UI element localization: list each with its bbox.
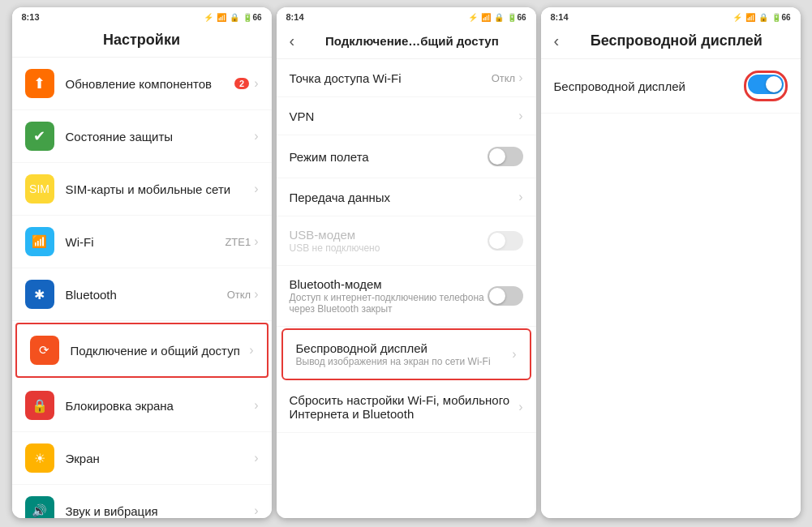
airplane-label: Режим полета bbox=[290, 150, 488, 164]
wifi-content: Wi-Fi bbox=[66, 235, 226, 249]
sim-icon-btn: SIM bbox=[25, 174, 54, 204]
hotspot-chevron: › bbox=[518, 71, 522, 85]
btmodem-toggle[interactable] bbox=[488, 286, 523, 306]
resetwifi-chevron: › bbox=[518, 400, 522, 414]
updates-chevron: › bbox=[254, 76, 258, 91]
settings-item-vpn[interactable]: VPN › bbox=[277, 97, 536, 135]
protection-chevron: › bbox=[254, 129, 258, 144]
datatransfer-content: Передача данных bbox=[290, 191, 519, 204]
settings-item-airplane[interactable]: Режим полета bbox=[277, 135, 536, 178]
connection-icon: ⟳ bbox=[30, 336, 59, 365]
settings-list-3: Беспроводной дисплей bbox=[541, 59, 801, 518]
time-3: 8:14 bbox=[551, 12, 569, 22]
wifi-label: Wi-Fi bbox=[66, 235, 226, 249]
bluetooth-icon: ✱ bbox=[25, 280, 54, 309]
wirelessdisplay-content: Беспроводной дисплей Вывод изображения н… bbox=[296, 341, 513, 367]
airplane-content: Режим полета bbox=[290, 150, 488, 164]
sim-label: SIM-карты и мобильные сети bbox=[66, 182, 255, 196]
settings-item-btmodem[interactable]: Bluetooth-модем Доступ к интернет-подклю… bbox=[277, 266, 536, 327]
settings-item-bluetooth[interactable]: ✱ Bluetooth Откл › bbox=[12, 268, 272, 321]
status-icons-3: ⚡ 📶 🔒 🔋66 bbox=[733, 13, 790, 22]
settings-item-updates[interactable]: ⬆ Обновление компонентов 2 › bbox=[12, 58, 272, 110]
lockscreen-icon: 🔒 bbox=[25, 391, 54, 420]
settings-list-1: ⬆ Обновление компонентов 2 › ✔ Состояние… bbox=[12, 58, 272, 518]
connection-label: Подключение и общий доступ bbox=[71, 344, 250, 358]
airplane-toggle-knob bbox=[489, 148, 505, 165]
screen3: 8:14 ⚡ 📶 🔒 🔋66 ‹ Беспроводной дисплей Бе… bbox=[541, 7, 801, 518]
screen1-title-bar: Настройки bbox=[12, 25, 272, 58]
connection-content: Подключение и общий доступ bbox=[71, 344, 250, 358]
sound-content: Звук и вибрация bbox=[66, 504, 255, 518]
settings-item-display[interactable]: ☀ Экран › bbox=[12, 432, 272, 485]
settings-item-protection[interactable]: ✔ Состояние защиты › bbox=[12, 110, 272, 163]
signal-icon-2: ⚡ bbox=[468, 13, 478, 22]
settings-item-usbmodem: USB-модем USB не подключено bbox=[277, 216, 536, 266]
settings-list-2: Точка доступа Wi-Fi Откл › VPN › Режим п… bbox=[277, 59, 536, 518]
wirelessdisplay-toggle-knob-3 bbox=[766, 76, 782, 92]
hotspot-value: Откл bbox=[492, 72, 516, 84]
sim-icon-3: 📶 bbox=[745, 13, 755, 22]
connection-chevron: › bbox=[249, 343, 253, 358]
updates-badge: 2 bbox=[234, 78, 249, 89]
screen2-title: Подключение…бщий доступ bbox=[301, 34, 522, 48]
wirelessdisplay3-label: Беспроводной дисплей bbox=[554, 79, 744, 93]
back-button-3[interactable]: ‹ bbox=[554, 32, 566, 50]
screen2-title-bar: ‹ Подключение…бщий доступ bbox=[277, 25, 536, 59]
display-content: Экран bbox=[66, 452, 255, 465]
btmodem-subtitle: Доступ к интернет-подключению телефона ч… bbox=[290, 292, 488, 315]
wirelessdisplay-chevron: › bbox=[512, 347, 516, 362]
wifi-chevron: › bbox=[254, 234, 258, 249]
settings-item-datatransfer[interactable]: Передача данных › bbox=[277, 178, 536, 216]
protection-label: Состояние защиты bbox=[66, 130, 255, 144]
datatransfer-chevron: › bbox=[518, 190, 522, 204]
screen1-title: Настройки bbox=[25, 32, 259, 49]
usbmodem-toggle bbox=[488, 231, 523, 251]
battery-icon-1: 🔋66 bbox=[243, 13, 261, 22]
sim-icon-2: 📶 bbox=[481, 13, 491, 22]
display-chevron: › bbox=[254, 451, 258, 465]
resetwifi-content: Сбросить настройки Wi-Fi, мобильного Инт… bbox=[290, 393, 519, 421]
time-2: 8:14 bbox=[286, 12, 304, 22]
battery-icon-2: 🔋66 bbox=[507, 13, 526, 22]
wifi-value: ZTE1 bbox=[225, 236, 251, 248]
status-bar-3: 8:14 ⚡ 📶 🔒 🔋66 bbox=[541, 7, 801, 25]
settings-item-lockscreen[interactable]: 🔒 Блокировка экрана › bbox=[12, 379, 272, 432]
settings-item-wifi[interactable]: 📶 Wi-Fi ZTE1 › bbox=[12, 216, 272, 268]
sim-icon: 📶 bbox=[217, 13, 226, 22]
signal-icon: ⚡ bbox=[204, 13, 213, 22]
btmodem-content: Bluetooth-модем Доступ к интернет-подклю… bbox=[290, 277, 488, 315]
battery-icon-3: 🔋66 bbox=[771, 13, 790, 22]
protection-content: Состояние защиты bbox=[66, 130, 255, 144]
hotspot-content: Точка доступа Wi-Fi bbox=[290, 71, 492, 85]
usbmodem-subtitle: USB не подключено bbox=[290, 242, 488, 254]
settings-item-connection[interactable]: ⟳ Подключение и общий доступ › bbox=[15, 323, 269, 378]
back-button-2[interactable]: ‹ bbox=[290, 32, 302, 50]
wifi-icon-bar3: 🔒 bbox=[758, 13, 768, 22]
sound-icon: 🔊 bbox=[25, 496, 54, 518]
screen3-title: Беспроводной дисплей bbox=[565, 32, 787, 49]
wirelessdisplay-highlight-box: Беспроводной дисплей Вывод изображения н… bbox=[281, 328, 531, 380]
wirelessdisplay-toggle-3[interactable] bbox=[748, 75, 784, 94]
settings-item-wirelessdisplay[interactable]: Беспроводной дисплей Вывод изображения н… bbox=[283, 330, 530, 379]
sim-chevron: › bbox=[254, 182, 258, 196]
wifi-icon-bar2: 🔒 bbox=[494, 13, 504, 22]
screen3-title-bar: ‹ Беспроводной дисплей bbox=[541, 25, 801, 59]
display-label: Экран bbox=[66, 452, 255, 465]
settings-item-sim[interactable]: SIM SIM-карты и мобильные сети › bbox=[12, 163, 272, 216]
updates-label: Обновление компонентов bbox=[66, 77, 235, 91]
settings-item-sound[interactable]: 🔊 Звук и вибрация › bbox=[12, 485, 272, 518]
protection-icon: ✔ bbox=[25, 122, 54, 151]
wirelessdisplay-toggle-highlight bbox=[744, 71, 788, 101]
settings-item-hotspot[interactable]: Точка доступа Wi-Fi Откл › bbox=[277, 59, 536, 97]
status-bar-2: 8:14 ⚡ 📶 🔒 🔋66 bbox=[277, 7, 536, 25]
sound-label: Звук и вибрация bbox=[66, 504, 255, 518]
settings-item-resetwifi[interactable]: Сбросить настройки Wi-Fi, мобильного Инт… bbox=[277, 382, 536, 433]
wirelessdisplay-label: Беспроводной дисплей bbox=[296, 341, 513, 355]
btmodem-label: Bluetooth-модем bbox=[290, 277, 488, 291]
btmodem-toggle-knob bbox=[489, 288, 505, 304]
settings-item-wirelessdisplay-3[interactable]: Беспроводной дисплей bbox=[541, 59, 801, 114]
wirelessdisplay-subtitle: Вывод изображения на экран по сети Wi-Fi bbox=[296, 356, 513, 367]
airplane-toggle[interactable] bbox=[488, 147, 523, 166]
wifi-icon-btn: 📶 bbox=[25, 227, 54, 256]
vpn-label: VPN bbox=[290, 109, 519, 123]
